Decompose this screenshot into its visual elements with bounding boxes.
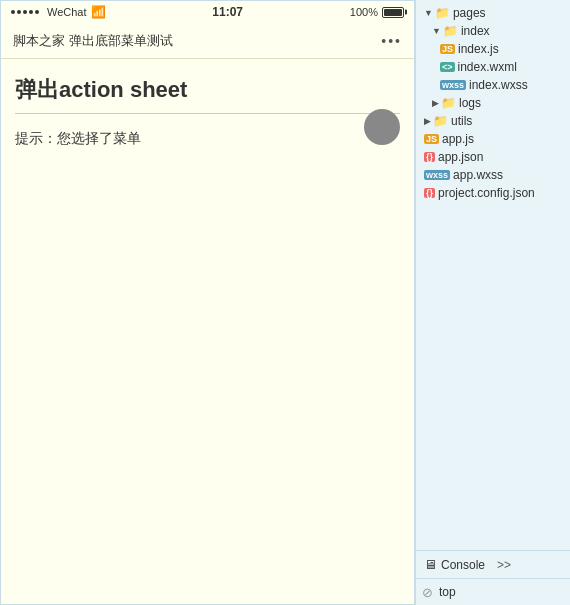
file-app-wxss-label: app.wxss [453,168,503,182]
badge-wxss-appwxss: wxss [424,170,450,180]
right-panel: ▼ 📁 pages ▼ 📁 index JS index.js <> index… [415,0,570,605]
nav-title: 脚本之家 弹出底部菜单测试 [13,32,173,50]
arrow-utils: ▶ [424,116,431,126]
folder-index-label: index [461,24,490,38]
console-tab-btn[interactable]: 🖥 Console [416,551,493,578]
arrow-index: ▼ [432,26,441,36]
time-display: 11:07 [212,5,243,19]
arrow-pages: ▼ [424,8,433,18]
file-app-js-label: app.js [442,132,474,146]
file-app-wxss[interactable]: wxss app.wxss [416,166,570,184]
nav-bar: 脚本之家 弹出底部菜单测试 ••• [1,23,414,59]
file-app-json-label: app.json [438,150,483,164]
console-screen-icon: 🖥 [424,557,437,572]
file-app-js[interactable]: JS app.js [416,130,570,148]
file-project-config-label: project.config.json [438,186,535,200]
file-app-json[interactable]: {} app.json [416,148,570,166]
console-top-text: top [439,585,456,599]
status-bar: WeChat 📶 11:07 100% [1,1,414,23]
badge-xml-indexwxml: <> [440,62,455,72]
folder-utils-label: utils [451,114,472,128]
console-input-row: ⊘ top [416,579,570,605]
file-project-config[interactable]: {} project.config.json [416,184,570,202]
badge-wxss-indexwxss: wxss [440,80,466,90]
badge-json-projectconfig: {} [424,188,435,198]
main-content: 弹出action sheet 提示：您选择了菜单 [1,59,414,604]
badge-js-indexjs: JS [440,44,455,54]
file-index-js-label: index.js [458,42,499,56]
folder-icon-index: 📁 [443,24,458,38]
phone-panel: WeChat 📶 11:07 100% 脚本之家 弹出底部菜单测试 ••• 弹出… [0,0,415,605]
app-name: WeChat [47,6,87,18]
battery-icon [382,7,404,18]
status-left: WeChat 📶 [11,5,106,19]
console-tab-label: Console [441,558,485,572]
file-tree: ▼ 📁 pages ▼ 📁 index JS index.js <> index… [416,0,570,550]
signal-dots [11,10,39,14]
wifi-icon: 📶 [91,5,106,19]
console-tab-row: 🖥 Console >> [416,551,570,579]
badge-js-appjs: JS [424,134,439,144]
file-index-wxml[interactable]: <> index.wxml [416,58,570,76]
file-index-js[interactable]: JS index.js [416,40,570,58]
folder-logs[interactable]: ▶ 📁 logs [416,94,570,112]
status-right: 100% [350,6,404,18]
action-sheet-title: 弹出action sheet [15,75,400,114]
no-entry-icon: ⊘ [422,585,433,600]
folder-logs-label: logs [459,96,481,110]
folder-pages[interactable]: ▼ 📁 pages [416,4,570,22]
badge-json-appjson: {} [424,152,435,162]
folder-index[interactable]: ▼ 📁 index [416,22,570,40]
file-index-wxss-label: index.wxss [469,78,528,92]
battery-pct: 100% [350,6,378,18]
folder-icon-pages: 📁 [435,6,450,20]
action-sheet-button[interactable] [364,109,400,145]
hint-text: 提示：您选择了菜单 [15,130,400,148]
folder-pages-label: pages [453,6,486,20]
console-area: 🖥 Console >> ⊘ top › [416,550,570,605]
folder-utils[interactable]: ▶ 📁 utils [416,112,570,130]
folder-icon-utils: 📁 [433,114,448,128]
folder-icon-logs: 📁 [441,96,456,110]
file-index-wxml-label: index.wxml [458,60,517,74]
arrow-logs: ▶ [432,98,439,108]
nav-menu-dots[interactable]: ••• [381,33,402,49]
console-expand-icon[interactable]: >> [497,558,511,572]
file-index-wxss[interactable]: wxss index.wxss [416,76,570,94]
